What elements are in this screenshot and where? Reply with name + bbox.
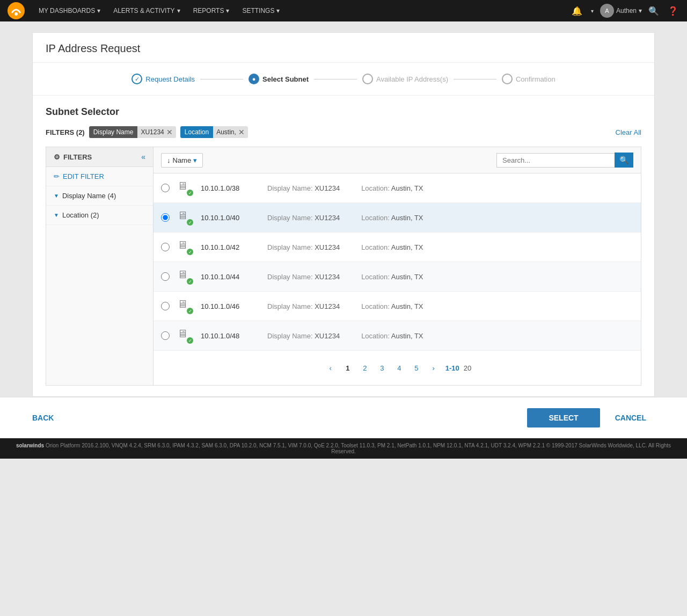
display-name-filter-section[interactable]: ▼ Display Name (4) [46, 186, 153, 206]
nav-settings[interactable]: SETTINGS ▾ [237, 0, 285, 21]
bottom-bar: BACK SELECT CANCEL [0, 397, 687, 438]
monitor-icon: 🖥 [177, 328, 188, 339]
check-badge: ✓ [187, 219, 193, 226]
subnet-meta: Display Name: XU1234 Location: Austin, T… [267, 273, 633, 281]
location-filter-header[interactable]: ▼ Location (2) [54, 211, 145, 219]
pagination-range: 1-10 [445, 364, 459, 372]
subnet-location: Location: Austin, TX [361, 273, 423, 281]
nav-my-dashboards[interactable]: MY DASHBOARDS ▾ [33, 0, 106, 21]
subnet-display-name: Display Name: XU1234 [267, 214, 340, 222]
check-badge: ✓ [187, 308, 193, 314]
table-row[interactable]: 🖥 ✓ 10.10.1.0/38 Display Name: XU1234 Lo… [154, 173, 641, 203]
chevron-down-icon: ▾ [97, 7, 100, 15]
chevron-down-icon: ▾ [193, 156, 197, 164]
subnet-location: Location: Austin, TX [361, 332, 423, 340]
subnet-radio[interactable] [161, 213, 170, 222]
pagination-page-5[interactable]: 5 [409, 360, 424, 375]
subnet-display-name: Display Name: XU1234 [267, 302, 340, 310]
search-box: 🔍 [496, 153, 633, 168]
search-input[interactable] [496, 153, 615, 168]
right-panel-toolbar: ↓ Name ▾ 🔍 [154, 147, 641, 173]
edit-icon: ✏ [54, 172, 60, 180]
clear-all-filters[interactable]: Clear All [616, 128, 641, 136]
pagination-page-2[interactable]: 2 [357, 360, 372, 375]
bell-icon[interactable]: 🔔 [569, 4, 584, 18]
table-row[interactable]: 🖥 ✓ 10.10.1.0/46 Display Name: XU1234 Lo… [154, 292, 641, 321]
table-row[interactable]: 🖥 ✓ 10.10.1.0/42 Display Name: XU1234 Lo… [154, 233, 641, 262]
chevron-down-icon: ▾ [639, 7, 642, 15]
subnet-icon: 🖥 ✓ [177, 209, 193, 226]
brand-logo[interactable] [6, 1, 26, 20]
nav-alerts-activity[interactable]: ALERTS & ACTIVITY ▾ [108, 0, 185, 21]
subnet-location: Location: Austin, TX [361, 243, 423, 251]
pagination-page-4[interactable]: 4 [392, 360, 407, 375]
step-inactive-icon-2 [502, 74, 513, 84]
footer-text: solarwinds Orion Platform 2016.2.100, VN… [16, 443, 671, 454]
subnet-area: Subnet Selector FILTERS (2) Display Name… [33, 96, 654, 396]
display-name-filter-header[interactable]: ▼ Display Name (4) [54, 192, 145, 200]
sort-button[interactable]: ↓ Name ▾ [161, 153, 203, 168]
subnet-display-name: Display Name: XU1234 [267, 332, 340, 340]
monitor-icon: 🖥 [177, 269, 188, 280]
chevron-down-icon: ▼ [54, 212, 59, 218]
subnet-ip: 10.10.1.0/48 [201, 332, 260, 340]
subnet-icon: 🖥 ✓ [177, 269, 193, 285]
subnet-display-name: Display Name: XU1234 [267, 243, 340, 251]
page-title: IP Address Request [46, 42, 641, 55]
subnet-meta: Display Name: XU1234 Location: Austin, T… [267, 214, 633, 222]
pagination-page-3[interactable]: 3 [375, 360, 390, 375]
subnet-meta: Display Name: XU1234 Location: Austin, T… [267, 243, 633, 251]
search-icon[interactable]: 🔍 [646, 4, 661, 18]
check-badge: ✓ [187, 249, 193, 255]
nav-reports[interactable]: REPORTS ▾ [188, 0, 235, 21]
subnet-radio[interactable] [161, 243, 170, 251]
step-active-icon: ● [249, 74, 259, 84]
wizard-step-available-ip: Available IP Address(s) [362, 74, 448, 84]
subnet-ip: 10.10.1.0/42 [201, 243, 260, 251]
subnet-display-name: Display Name: XU1234 [267, 273, 340, 281]
subnet-rows-container: 🖥 ✓ 10.10.1.0/38 Display Name: XU1234 Lo… [154, 173, 641, 351]
collapse-filters-button[interactable]: « [141, 153, 145, 161]
filter-location-tag: Location Austin, ✕ [180, 126, 248, 138]
table-row[interactable]: 🖥 ✓ 10.10.1.0/48 Display Name: XU1234 Lo… [154, 321, 641, 351]
pagination-prev[interactable]: ‹ [323, 360, 338, 375]
check-badge: ✓ [187, 278, 193, 285]
subnet-location: Location: Austin, TX [361, 302, 423, 310]
cancel-button[interactable]: CANCEL [606, 408, 655, 427]
subnet-radio[interactable] [161, 272, 170, 281]
monitor-icon: 🖥 [177, 298, 188, 310]
select-button[interactable]: SELECT [527, 408, 600, 427]
filters-panel-header: ⚙ FILTERS « [46, 147, 153, 167]
subnet-ip: 10.10.1.0/38 [201, 184, 260, 192]
edit-filter-button[interactable]: ✏ EDIT FILTER [46, 167, 153, 186]
page-header: IP Address Request [33, 33, 654, 63]
wizard-step-request-details[interactable]: ✓ Request Details [131, 74, 195, 84]
bell-dropdown-icon[interactable]: ▾ [589, 6, 596, 16]
chevron-down-icon: ▾ [226, 7, 229, 15]
subnet-meta: Display Name: XU1234 Location: Austin, T… [267, 332, 633, 340]
help-icon[interactable]: ❓ [666, 4, 681, 18]
back-button[interactable]: BACK [32, 409, 54, 426]
check-badge: ✓ [187, 337, 193, 344]
user-menu[interactable]: A Authen ▾ [600, 4, 642, 18]
filters-label: FILTERS (2) [46, 128, 85, 136]
chevron-down-icon: ▼ [54, 193, 59, 199]
table-row[interactable]: 🖥 ✓ 10.10.1.0/44 Display Name: XU1234 Lo… [154, 262, 641, 292]
subnet-radio[interactable] [161, 331, 170, 340]
table-row[interactable]: 🖥 ✓ 10.10.1.0/40 Display Name: XU1234 Lo… [154, 203, 641, 233]
subnet-ip: 10.10.1.0/46 [201, 302, 260, 310]
subnet-location: Location: Austin, TX [361, 184, 423, 192]
subnet-icon: 🖥 ✓ [177, 180, 193, 196]
remove-location-filter[interactable]: ✕ [238, 128, 245, 136]
subnet-ip: 10.10.1.0/40 [201, 214, 260, 222]
subnet-icon: 🖥 ✓ [177, 328, 193, 344]
subnet-radio[interactable] [161, 302, 170, 310]
search-button[interactable]: 🔍 [615, 153, 633, 168]
subnet-radio[interactable] [161, 184, 170, 192]
remove-display-name-filter[interactable]: ✕ [166, 128, 173, 136]
pagination-next[interactable]: › [426, 360, 441, 375]
chevron-down-icon: ▾ [177, 7, 180, 15]
location-filter-section[interactable]: ▼ Location (2) [46, 206, 153, 225]
wizard-step-select-subnet[interactable]: ● Select Subnet [249, 74, 309, 84]
svg-point-1 [14, 12, 18, 16]
